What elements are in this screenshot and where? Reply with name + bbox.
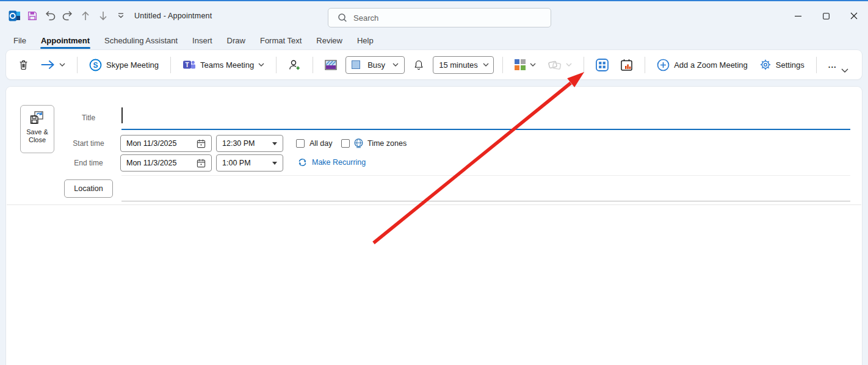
location-button[interactable]: Location bbox=[64, 179, 113, 198]
tab-appointment-label: Appointment bbox=[41, 36, 90, 45]
location-label: Location bbox=[74, 184, 103, 193]
location-input-underline bbox=[121, 201, 850, 201]
tab-draw[interactable]: Draw bbox=[226, 31, 247, 50]
end-time-label: End time bbox=[58, 159, 119, 167]
calendar-icon bbox=[197, 139, 206, 148]
gear-icon bbox=[759, 59, 772, 71]
tab-insert-label: Insert bbox=[192, 36, 212, 45]
move-down-icon[interactable] bbox=[96, 8, 110, 24]
add-zoom-meeting-label: Add a Zoom Meeting bbox=[674, 60, 748, 70]
teams-icon: T bbox=[183, 59, 196, 71]
forward-button[interactable] bbox=[38, 57, 68, 72]
tab-review-label: Review bbox=[316, 36, 342, 45]
time-zones-label: Time zones bbox=[367, 139, 407, 148]
dropdown-arrow-icon bbox=[272, 162, 277, 165]
tab-appointment[interactable]: Appointment bbox=[40, 31, 91, 50]
apps-grid-icon bbox=[596, 59, 609, 71]
make-recurring-link[interactable]: Make Recurring bbox=[297, 157, 366, 167]
ribbon-separator bbox=[313, 57, 313, 73]
ribbon-separator bbox=[584, 57, 584, 73]
add-attendee-button[interactable] bbox=[285, 56, 304, 74]
text-cursor bbox=[121, 107, 123, 123]
show-as-value: Busy bbox=[367, 60, 385, 70]
tab-file[interactable]: File bbox=[12, 31, 27, 50]
chevron-down-icon bbox=[258, 63, 264, 67]
end-date-value: Mon 11/3/2025 bbox=[126, 159, 176, 167]
minimize-icon[interactable] bbox=[784, 1, 812, 31]
notes-body-area[interactable] bbox=[7, 205, 861, 364]
start-time-picker[interactable]: 12:30 PM bbox=[216, 135, 283, 152]
tab-help[interactable]: Help bbox=[356, 31, 375, 50]
tab-draw-label: Draw bbox=[227, 36, 245, 45]
maximize-icon[interactable] bbox=[812, 1, 840, 31]
outlook-logo-icon bbox=[7, 8, 22, 24]
title-label: Title bbox=[58, 114, 119, 122]
window-title: Untitled - Appointment bbox=[134, 1, 212, 31]
ribbon-separator bbox=[77, 57, 78, 73]
close-icon[interactable] bbox=[840, 1, 868, 31]
chevron-down-icon bbox=[392, 63, 399, 67]
undo-icon[interactable] bbox=[43, 8, 57, 24]
reminder-bell-button[interactable] bbox=[410, 57, 427, 73]
ribbon-separator bbox=[645, 57, 645, 73]
reminder-select[interactable]: 15 minutes bbox=[433, 56, 494, 74]
teams-meeting-label: Teams Meeting bbox=[200, 60, 254, 70]
window-top-accent bbox=[0, 0, 868, 1]
overflow-dots: ... bbox=[828, 60, 837, 70]
ribbon-overflow-button[interactable]: ... bbox=[825, 58, 840, 72]
chevron-down-icon bbox=[483, 63, 489, 67]
recurring-icon bbox=[297, 157, 308, 167]
apps-button[interactable] bbox=[593, 56, 612, 74]
bell-icon bbox=[413, 59, 424, 71]
title-input[interactable] bbox=[125, 105, 850, 126]
tab-insert[interactable]: Insert bbox=[191, 31, 214, 50]
save-and-close-button[interactable]: Save & Close bbox=[20, 105, 54, 153]
free-busy-options-button[interactable] bbox=[322, 57, 340, 73]
person-plus-icon bbox=[288, 59, 301, 71]
tab-help-label: Help bbox=[357, 36, 374, 45]
search-input[interactable] bbox=[353, 13, 524, 23]
show-as-select[interactable]: Busy bbox=[345, 56, 405, 74]
chevron-down-icon bbox=[530, 63, 536, 67]
add-zoom-meeting-button[interactable]: Add a Zoom Meeting bbox=[654, 56, 751, 74]
free-busy-icon bbox=[325, 60, 337, 70]
tags-button-disabled bbox=[544, 56, 575, 73]
window-controls bbox=[784, 1, 868, 31]
redo-icon[interactable] bbox=[60, 8, 75, 24]
customize-quick-access-icon[interactable] bbox=[114, 8, 128, 24]
time-zones-checkbox[interactable] bbox=[341, 139, 350, 148]
categorize-icon bbox=[515, 59, 526, 70]
all-day-checkbox[interactable] bbox=[296, 139, 305, 148]
insights-button[interactable] bbox=[617, 56, 636, 74]
reminder-value: 15 minutes bbox=[439, 60, 478, 70]
tab-file-label: File bbox=[13, 36, 26, 45]
skype-meeting-button[interactable]: S Skype Meeting bbox=[86, 56, 162, 74]
teams-meeting-button[interactable]: T Teams Meeting bbox=[179, 56, 267, 73]
end-time-picker[interactable]: 1:00 PM bbox=[216, 154, 283, 172]
location-input[interactable] bbox=[121, 179, 850, 200]
move-up-icon[interactable] bbox=[78, 8, 93, 24]
svg-text:T: T bbox=[185, 62, 189, 68]
search-box[interactable] bbox=[328, 8, 551, 27]
categorize-button[interactable] bbox=[512, 57, 539, 73]
end-date-picker[interactable]: Mon 11/3/2025 bbox=[120, 154, 212, 172]
title-bar: Untitled - Appointment bbox=[0, 1, 868, 31]
start-time-value: 12:30 PM bbox=[222, 139, 255, 148]
tab-review[interactable]: Review bbox=[315, 31, 344, 50]
tab-format-text[interactable]: Format Text bbox=[259, 31, 303, 50]
settings-button[interactable]: Settings bbox=[756, 56, 808, 73]
ribbon-separator bbox=[502, 57, 503, 73]
dropdown-arrow-icon bbox=[272, 142, 277, 145]
delete-button[interactable] bbox=[15, 57, 32, 73]
tab-scheduling-assistant[interactable]: Scheduling Assistant bbox=[103, 31, 179, 50]
all-day-label: All day bbox=[309, 139, 333, 148]
zoom-plus-icon bbox=[657, 59, 670, 71]
start-date-picker[interactable]: Mon 11/3/2025 bbox=[120, 135, 212, 152]
title-input-underline bbox=[121, 129, 850, 130]
tab-scheduling-assistant-label: Scheduling Assistant bbox=[104, 36, 178, 45]
skype-meeting-label: Skype Meeting bbox=[106, 60, 159, 70]
tags-icon bbox=[548, 59, 562, 71]
start-time-label: Start time bbox=[58, 139, 119, 148]
collapse-ribbon-icon[interactable] bbox=[839, 65, 851, 76]
save-icon[interactable] bbox=[25, 8, 40, 24]
